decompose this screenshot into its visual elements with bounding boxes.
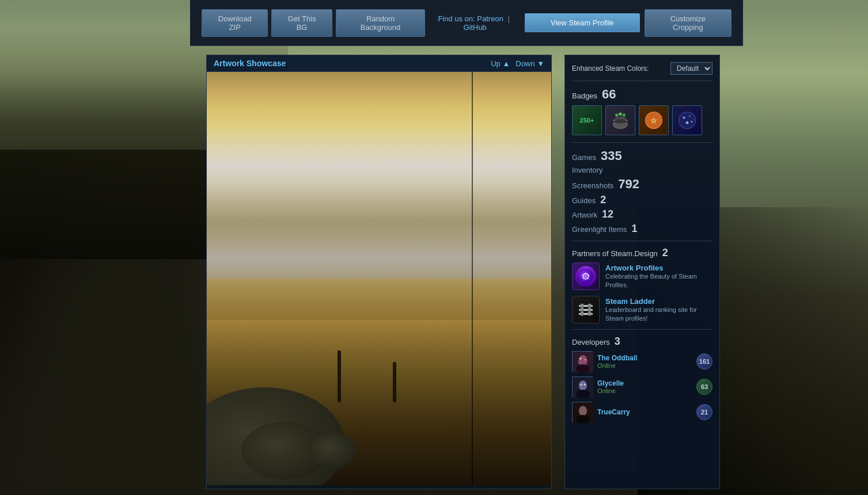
svg-point-19 xyxy=(580,358,582,360)
svg-point-4 xyxy=(615,113,618,116)
orange-badge-icon: ☆ xyxy=(643,110,664,131)
divider-games xyxy=(572,142,712,143)
developers-count: 3 xyxy=(615,336,620,348)
header-left-buttons: Download ZIP Get This BG Random Backgrou… xyxy=(202,9,425,37)
dev1-avatar xyxy=(572,351,593,372)
partner1-name: Artwork Profiles xyxy=(605,264,712,272)
svg-text:★: ★ xyxy=(685,120,689,125)
badge-cauldron[interactable] xyxy=(605,105,635,135)
svg-point-24 xyxy=(581,384,582,386)
inventory-row: Inventory xyxy=(572,166,712,174)
dev2-status: Online xyxy=(597,387,692,394)
badge-stars[interactable]: ★ ✦ ★ ✦ xyxy=(672,105,702,135)
patreon-link[interactable]: Patreon xyxy=(477,14,503,23)
dev2-avatar-svg xyxy=(573,377,593,398)
partner-steam-ladder[interactable]: Steam Ladder Leaderboard and ranking sit… xyxy=(572,296,712,323)
games-row: Games 335 xyxy=(572,148,712,163)
greenlight-count: 1 xyxy=(631,223,637,235)
screenshots-count: 792 xyxy=(618,177,639,192)
right-sidebar: Enhanced Steam Colors: Default Badges 66… xyxy=(564,55,720,489)
enhanced-colors-row: Enhanced Steam Colors: Default xyxy=(572,62,712,75)
showcase-title: Artwork Showcase xyxy=(214,59,286,68)
badge-250-label: 250+ xyxy=(580,117,594,124)
profile-view-button[interactable]: View Steam Profile xyxy=(525,13,640,32)
post-left xyxy=(338,351,341,402)
post-right xyxy=(393,362,396,402)
developers-section: Developers 3 The Oddball Online 161 xyxy=(572,336,712,422)
svg-point-22 xyxy=(579,380,587,391)
customize-cropping-button[interactable]: Customize Cropping xyxy=(645,9,731,37)
divider-badges xyxy=(572,81,712,81)
header-bar: Download ZIP Get This BG Random Backgrou… xyxy=(190,0,743,46)
artwork-profiles-inner-icon xyxy=(575,266,596,287)
steam-ladder-icon-container xyxy=(572,296,600,323)
get-bg-button[interactable]: Get This BG xyxy=(271,9,332,37)
divider-developers xyxy=(572,329,712,330)
svg-point-27 xyxy=(579,406,587,416)
badge-orange[interactable]: ☆ xyxy=(639,105,669,135)
partner2-desc: Leaderboard and ranking site for Steam p… xyxy=(605,306,712,322)
svg-point-25 xyxy=(584,384,586,386)
showcase-divider xyxy=(472,72,473,485)
find-us-text: Find us on: Patreon | GitHub xyxy=(425,14,524,32)
partners-section: Partners of Steam.Design 2 xyxy=(572,247,712,323)
svg-text:✦: ✦ xyxy=(690,119,693,124)
enhanced-colors-select[interactable]: Default xyxy=(670,62,712,75)
partners-count: 2 xyxy=(662,247,668,259)
screenshots-row: Screenshots 792 xyxy=(572,177,712,192)
developers-header: Developers 3 xyxy=(572,336,712,348)
greenlight-label: Greenlight Items xyxy=(572,225,627,234)
random-bg-button[interactable]: Random Background xyxy=(336,9,426,37)
showcase-nav: Up ▲ Down ▼ xyxy=(491,59,544,68)
steam-ladder-icon xyxy=(575,299,596,320)
games-label: Games xyxy=(572,153,596,162)
ladder-line-3 xyxy=(579,313,593,315)
down-arrow: ▼ xyxy=(537,59,544,68)
artwork-profiles-icon xyxy=(572,262,600,290)
badges-row: 250+ ☆ ★ ✦ ★ xyxy=(572,105,712,135)
divider-partners xyxy=(572,241,712,241)
download-zip-button[interactable]: Download ZIP xyxy=(202,9,268,37)
dev1-avatar-svg xyxy=(573,352,593,372)
github-link[interactable]: GitHub xyxy=(463,23,486,32)
dev2-info: Glycelle Online xyxy=(597,379,692,394)
svg-point-3 xyxy=(614,119,627,123)
showcase-down-button[interactable]: Down ▼ xyxy=(516,59,544,68)
dev-item-1[interactable]: The Oddball Online 161 xyxy=(572,351,712,372)
artwork-row: Artwork 12 xyxy=(572,208,712,220)
dev2-name: Glycelle xyxy=(597,379,692,387)
badge-250[interactable]: 250+ xyxy=(572,105,602,135)
developers-label: Developers xyxy=(572,338,610,346)
badges-count: 66 xyxy=(602,87,616,102)
up-arrow: ▲ xyxy=(502,59,510,68)
guides-count: 2 xyxy=(600,194,606,206)
partner-artwork-profiles[interactable]: Artwork Profiles Celebrating the Beauty … xyxy=(572,262,712,290)
partners-label: Partners of Steam.Design xyxy=(572,249,658,258)
enhanced-colors-label: Enhanced Steam Colors: xyxy=(572,64,649,73)
dev-item-3[interactable]: TrueCarry 21 xyxy=(572,402,712,422)
up-label: Up xyxy=(491,59,501,68)
badges-label: Badges xyxy=(572,92,597,100)
partners-header: Partners of Steam.Design 2 xyxy=(572,247,712,259)
dev3-badge: 21 xyxy=(696,404,712,420)
dev2-badge: 63 xyxy=(696,379,712,395)
showcase-up-button[interactable]: Up ▲ xyxy=(491,59,510,68)
ladder-line-1 xyxy=(579,305,593,307)
artwork-count: 12 xyxy=(602,208,613,220)
dev3-avatar xyxy=(572,402,593,422)
dev3-info: TrueCarry xyxy=(597,408,692,416)
find-us-label: Find us on: xyxy=(438,14,475,23)
screenshots-label: Screenshots xyxy=(572,181,613,190)
separator: | xyxy=(508,14,510,23)
guides-label: Guides xyxy=(572,196,596,205)
rock-small xyxy=(310,433,357,468)
svg-point-5 xyxy=(619,113,621,116)
partner2-info: Steam Ladder Leaderboard and ranking sit… xyxy=(605,297,712,322)
svg-point-6 xyxy=(623,113,626,116)
header-right-actions: View Steam Profile Customize Cropping xyxy=(525,9,731,37)
stars-badge-icon: ★ ✦ ★ ✦ xyxy=(677,110,698,131)
dev-item-2[interactable]: Glycelle Online 63 xyxy=(572,376,712,397)
showcase-header: Artwork Showcase Up ▲ Down ▼ xyxy=(207,55,551,72)
greenlight-row: Greenlight Items 1 xyxy=(572,223,712,235)
inventory-label: Inventory xyxy=(572,166,602,174)
